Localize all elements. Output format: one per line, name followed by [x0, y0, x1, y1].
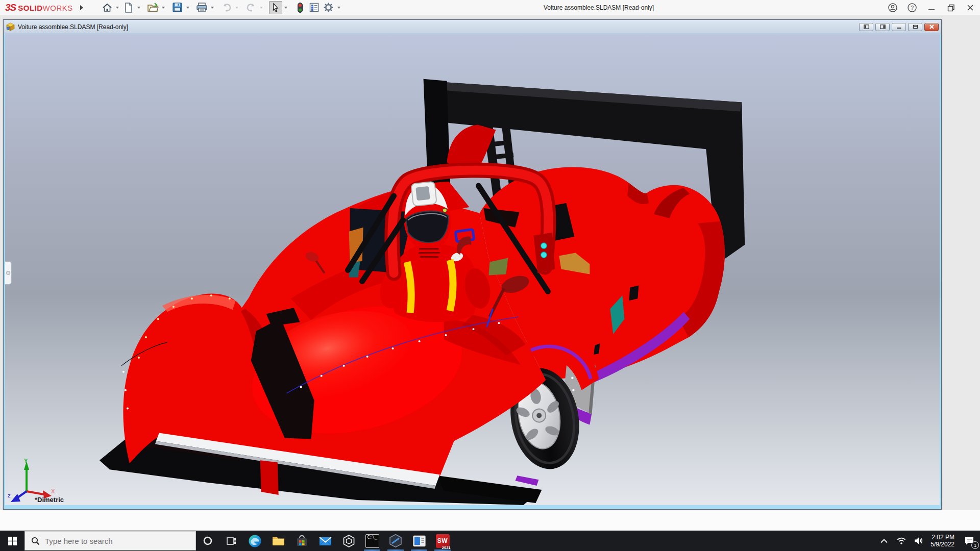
close-icon	[967, 4, 974, 11]
mirror-box	[411, 182, 436, 206]
save-caret[interactable]	[185, 1, 190, 14]
rebuild-button[interactable]	[293, 1, 307, 14]
svg-text:?: ?	[911, 5, 914, 11]
minimize-button[interactable]	[922, 0, 941, 15]
select-caret[interactable]	[283, 1, 288, 14]
tray-network-button[interactable]	[893, 531, 910, 551]
action-center-button[interactable]: 1	[959, 531, 980, 551]
start-button[interactable]	[0, 531, 24, 551]
taskbar-icon-app-window[interactable]	[407, 531, 431, 551]
edrawings-icon	[388, 534, 403, 548]
gear-icon	[323, 2, 334, 13]
taskbar-icon-command-prompt[interactable]: C:\_	[360, 531, 384, 551]
taskbar-icon-edrawings[interactable]	[384, 531, 407, 551]
edge-icon	[248, 534, 262, 548]
new-document-button[interactable]	[122, 1, 135, 14]
store-icon	[296, 534, 308, 548]
graphics-area[interactable]: Y X Z *Dimetric	[4, 34, 941, 509]
mail-icon	[318, 534, 332, 548]
clock-date: 5/9/2022	[930, 541, 954, 548]
doc-close-button[interactable]	[924, 23, 939, 31]
account-button[interactable]	[883, 0, 902, 15]
task-view-button[interactable]	[219, 531, 243, 551]
file-properties-icon	[309, 2, 320, 13]
cortana-icon	[203, 536, 213, 546]
app-title: Voiture assomblee.SLDASM [Read-only]	[544, 0, 654, 15]
cortana-button[interactable]	[196, 531, 219, 551]
doc-restore-button[interactable]	[908, 23, 922, 31]
select-cursor-icon	[271, 3, 280, 13]
taskbar-icon-file-explorer[interactable]	[266, 531, 290, 551]
save-button[interactable]	[171, 1, 184, 14]
taskbar-icon-store[interactable]	[290, 531, 313, 551]
save-icon	[172, 2, 183, 13]
taskbar-icon-mail[interactable]	[313, 531, 337, 551]
view-orientation-label: *Dimetric	[35, 496, 64, 504]
tray-chevron-button[interactable]	[875, 531, 893, 551]
redo-icon	[246, 3, 257, 13]
new-document-icon	[124, 2, 134, 13]
task-view-icon	[227, 537, 236, 545]
restore-icon	[947, 4, 955, 12]
search-input[interactable]	[45, 537, 178, 545]
open-button[interactable]	[146, 1, 160, 14]
taskbar-clock[interactable]: 2:02 PM 5/9/2022	[927, 534, 959, 548]
status-strip	[0, 510, 980, 531]
windows-logo-icon	[8, 537, 17, 545]
taskbar-icon-edge[interactable]	[243, 531, 266, 551]
system-tray: 2:02 PM 5/9/2022 1	[875, 531, 980, 551]
redo-button[interactable]	[244, 1, 258, 14]
cmd-prompt-glyph: C:\_	[368, 535, 377, 540]
chevron-up-icon	[880, 539, 888, 543]
taskbar-icon-3d-viewer[interactable]	[337, 531, 360, 551]
undo-caret	[234, 1, 239, 14]
redo-caret	[259, 1, 264, 14]
solidworks-logo: 3SSOLIDWORKS	[5, 2, 73, 13]
app-window-icon	[412, 535, 426, 547]
harness-strap	[407, 262, 411, 313]
3d-viewer-icon	[342, 534, 356, 548]
print-caret[interactable]	[210, 1, 215, 14]
pane-right-button[interactable]	[875, 23, 890, 31]
clock-time: 2:02 PM	[930, 534, 954, 541]
close-button[interactable]	[961, 0, 980, 15]
home-icon	[102, 2, 113, 13]
home-button[interactable]	[101, 1, 114, 14]
taskbar-icon-solidworks[interactable]: SW 2021	[431, 531, 454, 551]
speaker-icon	[914, 537, 923, 545]
car-3d-model	[5, 34, 940, 505]
search-icon	[31, 537, 40, 545]
help-button[interactable]: ?	[902, 0, 922, 15]
options-caret[interactable]	[336, 1, 341, 14]
print-icon	[196, 2, 208, 13]
account-icon	[888, 3, 898, 13]
taskbar-search[interactable]	[24, 531, 196, 550]
print-button[interactable]	[195, 1, 209, 14]
taskbar: C:\_ SW 2021 2:02 PM 5/9/2022	[0, 531, 980, 551]
file-explorer-icon	[272, 534, 285, 548]
feature-pane-splitter[interactable]	[5, 261, 12, 285]
triad-z-label: Z	[8, 493, 11, 498]
assembly-icon	[6, 22, 15, 31]
new-document-caret[interactable]	[136, 1, 141, 14]
restore-button[interactable]	[941, 0, 961, 15]
doc-minimize-button[interactable]	[892, 23, 906, 31]
file-properties-button[interactable]	[308, 1, 321, 14]
options-button[interactable]	[322, 1, 335, 14]
open-icon	[147, 2, 159, 13]
notification-badge: 1	[971, 541, 979, 549]
solidworks-logo-mark: 3S	[5, 2, 16, 13]
tray-volume-button[interactable]	[910, 531, 927, 551]
document-title: Voiture assomblee.SLDASM [Read-only]	[18, 23, 128, 31]
toolbar-flyout-arrow[interactable]	[80, 5, 83, 10]
wifi-icon	[897, 537, 906, 545]
triad-x-label: X	[51, 488, 55, 494]
pane-left-button[interactable]	[859, 23, 873, 31]
triad-y-label: Y	[24, 458, 28, 464]
select-button[interactable]	[269, 1, 282, 14]
undo-icon	[221, 3, 232, 13]
document-titlebar[interactable]: Voiture assomblee.SLDASM [Read-only]	[4, 20, 941, 34]
open-caret[interactable]	[161, 1, 166, 14]
undo-button[interactable]	[220, 1, 233, 14]
rebuild-traffic-light-icon	[297, 2, 304, 13]
